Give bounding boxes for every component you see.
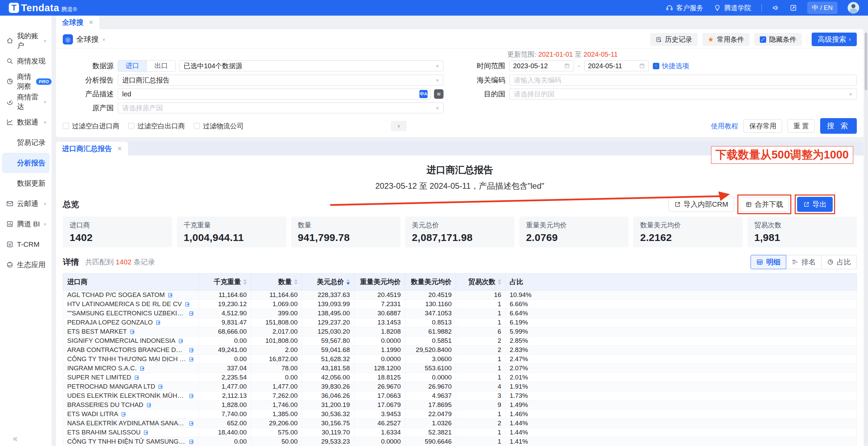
module-selector[interactable]: ◎ 全球搜 ∨ (63, 34, 106, 44)
importer-name[interactable]: BRASSERIES DU TCHAD (67, 401, 144, 409)
scrollbar-thumb[interactable] (865, 33, 867, 90)
language-switch[interactable]: 中 / EN (807, 2, 837, 14)
col-quantity[interactable]: 数量 (251, 274, 302, 291)
importer-name[interactable]: AGL TCHAD P/C SOGEA SATOM (67, 291, 165, 299)
export-toggle[interactable]: 出口 (147, 60, 175, 71)
view-share-button[interactable]: 占比 (822, 255, 857, 269)
sidebar-item-my-account[interactable]: 我的账户∨ (0, 31, 52, 51)
company-crm-icon[interactable] (189, 421, 194, 426)
table-row[interactable]: SIGNIFY COMMERCIAL INDONESIA 0.00 101,80… (63, 336, 857, 346)
company-crm-icon[interactable] (178, 338, 184, 344)
table-row[interactable]: UDES ELEKTRİK ELEKTRONİK MÜHENDİSLİK SAN… (63, 391, 857, 401)
company-crm-icon[interactable] (189, 347, 194, 353)
sidebar-item-trade-records[interactable]: 贸易记录 (0, 132, 52, 153)
table-row[interactable]: ""SAMSUNG ELECTRONICS UZBEKISTAN"" mas`u… (63, 309, 857, 318)
sidebar-item-radar[interactable]: 商情雷达∨ (0, 92, 52, 112)
import-toggle[interactable]: 进口 (118, 60, 147, 71)
merge-download-button[interactable]: 合并下载 (740, 197, 789, 212)
company-crm-icon[interactable] (168, 292, 173, 298)
tutorial-link[interactable]: 使用教程 (711, 122, 738, 131)
table-row[interactable]: NASA ELEKTRİK AYDINLATMA SANAYİ VE TİCAR… (63, 419, 857, 428)
importer-name[interactable]: ETS BRAHIM SALISSOU (67, 429, 140, 436)
table-row[interactable]: ETS BRAHIM SALISSOU 18,440.00 575.00 30,… (63, 428, 857, 437)
company-crm-icon[interactable] (146, 402, 152, 408)
hs-code-input[interactable] (514, 76, 854, 84)
table-row[interactable]: PEDRAJA LOPEZ GONZALO 9,831.47 151,808.0… (63, 318, 857, 327)
sidebar-item-discovery[interactable]: 商情发现 (0, 51, 52, 71)
table-row[interactable]: HTV LATINOAMERICA S DE RL DE CV 19,230.1… (63, 300, 857, 309)
view-rank-button[interactable]: 排名 (786, 255, 822, 269)
importer-name[interactable]: ETS WADI LITRA (67, 410, 118, 418)
close-icon[interactable]: × (117, 144, 122, 153)
sidebar-item-analysis-report[interactable]: 分析报告 (2, 153, 50, 173)
save-common-button[interactable]: 保存常用 (743, 119, 782, 133)
report-type-select[interactable]: 进口商汇总报告 ∨ (118, 75, 444, 86)
importer-name[interactable]: INGRAM MICRO S.A.C. (67, 365, 137, 372)
date-to-input[interactable]: 2024-05-11 (584, 60, 649, 71)
company-crm-icon[interactable] (130, 329, 135, 335)
search-button[interactable]: 搜 索 (820, 118, 857, 134)
importer-name[interactable]: HTV LATINOAMERICA S DE RL DE CV (67, 300, 182, 308)
table-row[interactable]: CÔNG TY TNHH ĐIỆN TỬ SAMSUNG HCMC CE COM… (63, 437, 857, 446)
import-crm-button[interactable]: 导入内部CRM (668, 197, 734, 212)
customer-service-button[interactable]: 客户服务 (666, 3, 703, 13)
company-crm-icon[interactable] (189, 393, 194, 399)
sidebar-item-bi[interactable]: 腾道 BI∨ (0, 214, 52, 234)
table-row[interactable]: CÔNG TY TNHH THƯƠNG MẠI DỊCH VỤ ĐIỆN MẠN… (63, 355, 857, 364)
importer-name[interactable]: SUPER NET LIMITED (67, 374, 131, 381)
date-from-input[interactable]: 2023-05-12 (509, 60, 574, 71)
sidebar-item-datatong[interactable]: 数据通∧ (0, 112, 52, 132)
filter-blank-importer-checkbox[interactable]: 过滤空白进口商 (63, 122, 119, 131)
importer-name[interactable]: UDES ELEKTRİK ELEKTRONİK MÜHENDİSLİK SAN… (67, 392, 186, 399)
importer-name[interactable]: SIGNIFY COMMERCIAL INDONESIA (67, 337, 175, 345)
reset-button[interactable]: 重 置 (788, 119, 815, 133)
col-usd-total[interactable]: 美元总价 (302, 274, 354, 291)
destination-select[interactable]: 请选择目的国 ∨ (509, 89, 857, 99)
col-trade-count[interactable]: 贸易次数 (456, 274, 506, 291)
importer-name[interactable]: PETROCHAD MANGARA LTD (67, 383, 155, 390)
user-avatar[interactable] (848, 2, 859, 14)
academy-button[interactable]: 腾道学院 (714, 3, 751, 13)
col-kg-weight[interactable]: 千克重量 (199, 274, 251, 291)
sidebar-item-eco-apps[interactable]: 生态应用 (0, 255, 52, 275)
company-crm-icon[interactable] (155, 320, 161, 326)
table-row[interactable]: AGL TCHAD P/C SOGEA SATOM 11,164.60 11,1… (63, 291, 857, 300)
company-crm-icon[interactable] (189, 356, 194, 362)
company-crm-icon[interactable] (139, 366, 145, 371)
importer-name[interactable]: PEDRAJA LOPEZ GONZALO (67, 319, 153, 326)
tab-global-search[interactable]: 全球搜 × (56, 16, 99, 29)
sidebar-item-tcrm[interactable]: T-CRM (0, 234, 52, 255)
sidebar-item-data-update[interactable]: 数据更新 (0, 173, 52, 193)
sidebar-collapse-button[interactable] (12, 436, 18, 444)
data-source-select[interactable]: 已选中104个数据源 ∨ (179, 60, 444, 71)
vertical-scrollbar[interactable] (865, 33, 867, 444)
importer-name[interactable]: ARAB CONTRACTORS BRANCHE DU TCHAD (67, 346, 186, 354)
table-row[interactable]: ARAB CONTRACTORS BRANCHE DU TCHAD 49,241… (63, 346, 857, 355)
collapse-filters-button[interactable]: ∨ (391, 121, 407, 131)
company-crm-icon[interactable] (143, 430, 149, 435)
tendata-logo[interactable]: T Tendata 腾道® (9, 2, 77, 14)
table-row[interactable]: PETROCHAD MANGARA LTD 1,477.00 1,477.00 … (63, 382, 857, 391)
favorite-conditions-button[interactable]: ★ 常用条件 (702, 33, 750, 46)
announcement-button[interactable] (772, 4, 779, 12)
importer-name[interactable]: NASA ELEKTRİK AYDINLATMA SANAYİ VE TİCAR… (67, 420, 186, 427)
company-crm-icon[interactable] (185, 301, 190, 307)
advanced-search-button[interactable]: 高级搜索 › (812, 33, 857, 46)
sidebar-item-insight[interactable]: 商情洞察PRO (0, 71, 52, 92)
filter-logistics-checkbox[interactable]: 过滤物流公司 (194, 122, 244, 131)
importer-name[interactable]: CÔNG TY TNHH ĐIỆN TỬ SAMSUNG HCMC CE COM… (67, 438, 186, 445)
quick-options-link[interactable]: ⁘ 快捷选项 (653, 61, 689, 71)
company-crm-icon[interactable] (189, 439, 194, 445)
importer-name[interactable]: ""SAMSUNG ELECTRONICS UZBEKISTAN"" mas`u… (67, 310, 186, 317)
table-row[interactable]: BRASSERIES DU TCHAD 1,828.00 1,746.00 31… (63, 401, 857, 410)
export-button[interactable]: 导出 (797, 197, 833, 212)
filter-blank-exporter-checkbox[interactable]: 过滤空白出口商 (128, 122, 185, 131)
company-crm-icon[interactable] (189, 311, 194, 316)
product-desc-input[interactable] (122, 90, 419, 98)
close-icon[interactable]: × (89, 18, 93, 27)
view-detail-button[interactable]: 明细 (751, 255, 786, 269)
hide-conditions-button[interactable]: ⤢ 隐藏条件 (754, 33, 802, 46)
company-crm-icon[interactable] (134, 375, 140, 380)
importer-name[interactable]: ETS BEST MARKET (67, 328, 127, 335)
table-row[interactable]: ETS WADI LITRA 7,740.00 1,385.00 30,536.… (63, 410, 857, 419)
